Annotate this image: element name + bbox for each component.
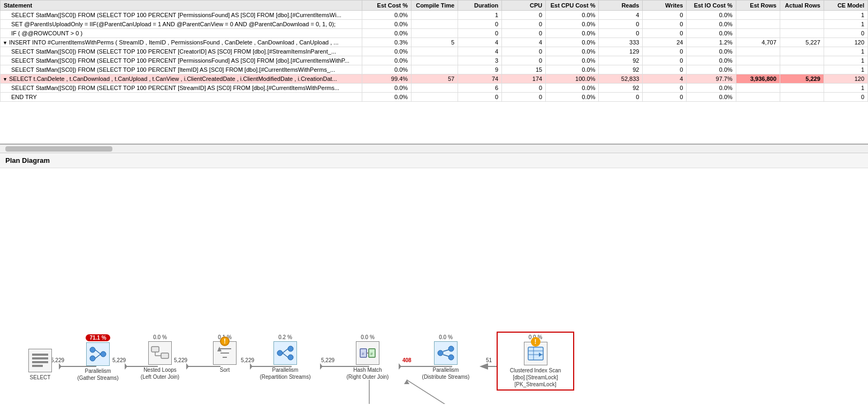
table-cell-compile xyxy=(412,29,458,38)
table-cell-reads: 0 xyxy=(599,93,643,102)
table-cell-ce: 1 xyxy=(824,56,867,65)
plan-canvas[interactable]: 5,229 5,229 5,229 5,229 5,229 408 51 0 0… xyxy=(0,168,868,404)
table-cell-duration: 3 xyxy=(458,56,502,65)
plan-diagram-section: Plan Diagram xyxy=(0,153,868,405)
table-cell-writes: 0 xyxy=(643,93,687,102)
table-cell-writes: 0 xyxy=(643,47,687,56)
table-cell-compile xyxy=(412,20,458,29)
table-cell-est-cpu: 0.0% xyxy=(546,84,599,93)
plan-inner: 5,229 5,229 5,229 5,229 5,229 408 51 0 0… xyxy=(0,168,846,404)
table-cell-est-rows: 3,936,800 xyxy=(736,74,780,84)
table-cell-writes: 0 xyxy=(643,65,687,74)
table-cell-cpu: 0 xyxy=(502,11,546,20)
table-cell-est-rows xyxy=(736,29,780,38)
node-clustered-index-scan-icon-container: ! xyxy=(499,342,572,365)
node-parallelism-distribute[interactable]: 0.0 % Parallelism(Distribute Streams) xyxy=(416,334,475,380)
table-cell-est-cost: 0.0% xyxy=(362,11,411,20)
col-ce-model: CE Model xyxy=(824,1,867,11)
table-cell-cpu: 174 xyxy=(502,74,546,84)
node-select-label: SELECT xyxy=(30,374,51,381)
table-cell-est-rows xyxy=(736,20,780,29)
table-cell-duration: 74 xyxy=(458,74,502,84)
node-parallelism-distribute-label: Parallelism(Distribute Streams) xyxy=(422,366,470,380)
svg-line-51 xyxy=(283,349,288,353)
node-hash-match-icon: # # xyxy=(356,341,379,365)
parallelism-gather-badge: 71.1 % xyxy=(86,334,110,341)
table-cell-est-cost: 0.0% xyxy=(362,93,411,102)
svg-line-62 xyxy=(443,355,448,356)
node-nested-loops-left1-icon xyxy=(148,341,172,365)
table-cell-stmt: SELECT StatMan([SC0]) FROM (SELECT TOP 1… xyxy=(1,56,362,65)
table-cell-stmt: IF ( @@ROWCOUNT > 0 ) xyxy=(1,29,362,38)
node-parallelism-distribute-icon xyxy=(434,341,458,365)
svg-marker-23 xyxy=(404,380,409,384)
node-clustered-index-scan-wrapper[interactable]: 0.0 % ! Clustered Index Scan[dbo].[Stre xyxy=(497,332,574,391)
table-cell-cpu: 4 xyxy=(502,38,546,47)
table-cell-ce: 1 xyxy=(824,65,867,74)
table-cell-reads: 333 xyxy=(599,38,643,47)
node-parallelism-gather-label: Parallelism(Gather Streams) xyxy=(77,368,118,381)
table-cell-est-cost: 0.0% xyxy=(362,47,411,56)
table-cell-stmt: END TRY xyxy=(1,93,362,102)
table-cell-est-cpu: 0.0% xyxy=(546,65,599,74)
col-duration: Duration xyxy=(458,1,502,11)
node-select[interactable]: SELECT xyxy=(11,348,70,381)
horizontal-scrollbar[interactable] xyxy=(0,145,868,153)
col-reads: Reads xyxy=(599,1,643,11)
table-cell-est-rows xyxy=(736,93,780,102)
table-cell-est-io: 0.0% xyxy=(687,84,736,93)
table-cell-writes: 24 xyxy=(643,38,687,47)
svg-line-61 xyxy=(443,350,448,351)
table-cell-est-rows xyxy=(736,56,780,65)
table-cell-actual-rows xyxy=(780,11,824,20)
node-parallelism-repartition-pct: 0.2 % xyxy=(278,334,292,340)
table-cell-stmt: SET @ParentIsUploadOnly = IIF(@ParentCan… xyxy=(1,20,362,29)
table-cell-est-cpu: 0.0% xyxy=(546,38,599,47)
node-nested-loops-left1-label: Nested Loops(Left Outer Join) xyxy=(141,366,179,380)
expand-triangle[interactable] xyxy=(3,39,7,46)
table-cell-est-cost: 0.0% xyxy=(362,84,411,93)
table-cell-est-cpu: 0.0% xyxy=(546,93,599,102)
node-select-icon xyxy=(28,349,52,372)
node-parallelism-repartition[interactable]: 0.2 % Parallelism(Repartition Streams) xyxy=(256,334,315,380)
node-hash-match[interactable]: 0.0 % # # Hash Match(Right Outer Join) xyxy=(338,334,397,380)
table-cell-est-cpu: 0.0% xyxy=(546,20,599,29)
table-cell-ce: 1 xyxy=(824,84,867,93)
table-cell-est-cost: 0.0% xyxy=(362,29,411,38)
expand-triangle[interactable] xyxy=(3,76,7,82)
table-cell-compile xyxy=(412,65,458,74)
flow-label-408: 408 xyxy=(402,357,412,363)
table-cell-est-cpu: 0.0% xyxy=(546,47,599,56)
col-writes: Writes xyxy=(643,1,687,11)
table-cell-actual-rows xyxy=(780,29,824,38)
table-cell-reads: 129 xyxy=(599,47,643,56)
table-cell-ce: 120 xyxy=(824,38,867,47)
table-cell-writes: 4 xyxy=(643,74,687,84)
table-cell-writes: 0 xyxy=(643,84,687,93)
svg-point-59 xyxy=(448,346,454,351)
table-cell-compile xyxy=(412,93,458,102)
svg-point-49 xyxy=(288,346,293,351)
table-cell-compile xyxy=(412,47,458,56)
table-cell-reads: 92 xyxy=(599,84,643,93)
table-cell-cpu: 0 xyxy=(502,20,546,29)
table-cell-actual-rows xyxy=(780,20,824,29)
node-clustered-index-scan-icon: ! xyxy=(524,342,547,365)
node-nested-loops-left1[interactable]: 0.0 % Nested Loops(Left Outer Join) xyxy=(131,334,189,380)
svg-rect-63 xyxy=(528,347,543,360)
node-nested-loops-left1-pct: 0.0 % xyxy=(153,334,167,340)
table-cell-reads: 92 xyxy=(599,65,643,74)
node-sort[interactable]: 0.1 % ! Sort xyxy=(195,334,254,373)
clustered-scan-warning-icon: ! xyxy=(531,337,540,347)
flow-label-5: 5,229 xyxy=(321,357,334,363)
table-cell-actual-rows: 5,229 xyxy=(780,74,824,84)
plan-diagram-header: Plan Diagram xyxy=(0,153,868,168)
table-cell-ce: 1 xyxy=(824,20,867,29)
table-cell-actual-rows xyxy=(780,84,824,93)
statements-table-container[interactable]: Statement Est Cost % Compile Time Durati… xyxy=(0,0,868,145)
table-cell-writes: 0 xyxy=(643,56,687,65)
table-cell-writes: 0 xyxy=(643,20,687,29)
node-parallelism-gather[interactable]: 71.1 % Parallelism(Gather Streams) xyxy=(68,334,127,381)
table-cell-actual-rows: 5,227 xyxy=(780,38,824,47)
table-cell-reads: 92 xyxy=(599,56,643,65)
